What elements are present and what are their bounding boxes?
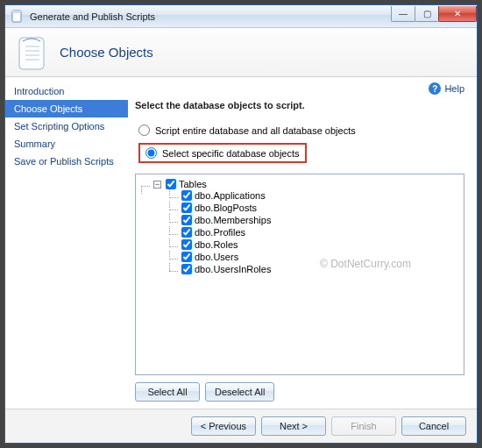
tree-label: dbo.Profiles [195,227,245,238]
radio-specific-objects[interactable]: Select specific database objects [138,143,307,163]
finish-button[interactable]: Finish [331,416,396,436]
tree-label: dbo.Roles [195,239,238,250]
body: Introduction Choose Objects Set Scriptin… [5,77,477,409]
sidebar-item-summary[interactable]: Summary [5,135,128,153]
titlebar: Generate and Publish Scripts — ▢ ✕ [5,5,477,28]
previous-button[interactable]: < Previous [191,416,256,436]
radio-entire-db-input[interactable] [138,124,150,136]
tree-node[interactable]: dbo.Roles [181,239,458,250]
help-icon: ? [429,82,441,95]
tree-node[interactable]: dbo.Memberships [181,215,458,225]
radio-entire-db[interactable]: Script entire database and all database … [138,124,464,136]
tree-label-tables: Tables [179,179,207,189]
checkbox-item[interactable] [181,203,192,213]
tree-node[interactable]: dbo.BlogPosts [181,203,458,213]
checkbox-item[interactable] [181,239,192,250]
instruction-text: Select the database objects to script. [135,100,464,110]
tree-node-tables[interactable]: − Tables [153,179,458,189]
window-buttons: — ▢ ✕ [392,6,477,24]
help-link[interactable]: ? Help [429,82,464,95]
app-icon [11,10,25,24]
footer: < Previous Next > Finish Cancel [5,409,477,443]
collapse-icon[interactable]: − [153,181,161,188]
next-button[interactable]: Next > [261,416,326,436]
radio-specific-objects-label: Select specific database objects [162,148,300,159]
object-tree[interactable]: − Tables dbo.Applicationsdbo.BlogPostsdb… [135,174,464,375]
main-panel: ? Help Select the database objects to sc… [128,77,477,409]
tree-node[interactable]: dbo.Users [181,252,458,262]
tree-label: dbo.Users [195,252,238,262]
checkbox-tables[interactable] [166,179,176,189]
tree-node[interactable]: dbo.Profiles [181,227,458,238]
deselect-all-button[interactable]: Deselect All [205,382,274,402]
cancel-button[interactable]: Cancel [401,416,466,436]
tree-label: dbo.Memberships [195,215,271,225]
checkbox-item[interactable] [181,215,192,225]
tree-node[interactable]: dbo.Applications [181,190,458,201]
sidebar: Introduction Choose Objects Set Scriptin… [5,77,128,409]
help-label: Help [444,83,464,94]
select-all-button[interactable]: Select All [135,382,200,402]
tree-label: dbo.UsersInRoles [195,264,271,274]
page-title: Choose Objects [60,45,153,60]
sidebar-item-save-publish[interactable]: Save or Publish Scripts [5,153,128,170]
close-button[interactable]: ✕ [438,6,477,22]
sidebar-item-introduction[interactable]: Introduction [5,82,128,100]
maximize-button[interactable]: ▢ [415,6,439,22]
svg-rect-1 [12,11,21,13]
radio-entire-db-label: Script entire database and all database … [155,125,356,136]
wizard-window: Generate and Publish Scripts — ▢ ✕ Choos… [4,4,478,444]
script-icon [18,34,51,71]
minimize-button[interactable]: — [391,6,415,22]
sidebar-item-choose-objects[interactable]: Choose Objects [5,100,128,117]
sidebar-item-scripting-options[interactable]: Set Scripting Options [5,117,128,135]
window-title: Generate and Publish Scripts [30,11,392,22]
header: Choose Objects [5,28,477,77]
checkbox-item[interactable] [181,227,192,238]
checkbox-item[interactable] [181,264,192,274]
tree-label: dbo.Applications [195,190,266,201]
radio-specific-objects-input[interactable] [145,147,157,159]
tree-node[interactable]: dbo.UsersInRoles [181,264,458,274]
checkbox-item[interactable] [181,252,192,262]
tree-label: dbo.BlogPosts [195,203,257,213]
checkbox-item[interactable] [181,190,192,201]
